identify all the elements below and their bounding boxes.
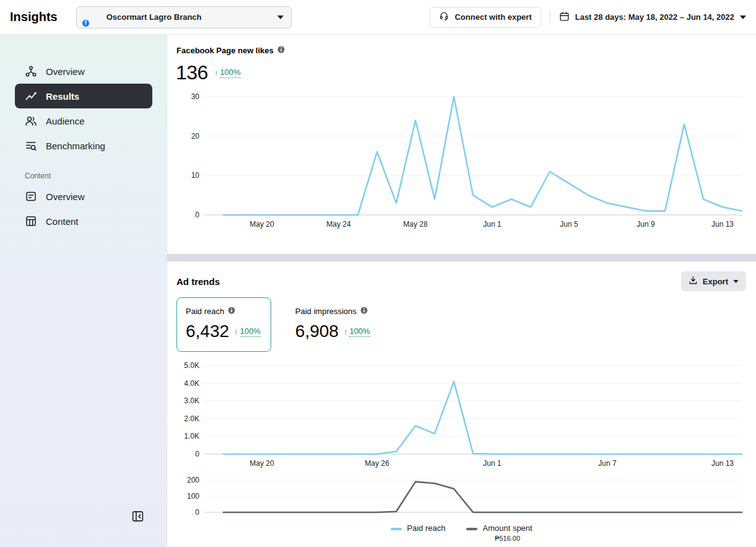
paid-reach-swatch: [391, 528, 402, 530]
sidebar-section-content: Content: [25, 172, 152, 180]
svg-text:May 20: May 20: [250, 459, 274, 468]
table-grid-icon: [25, 215, 37, 227]
legend-item-amount-spent: Amount spent ₱516.00: [466, 523, 532, 542]
headset-icon: [439, 11, 449, 23]
list-search-icon: [25, 139, 37, 152]
connect-with-expert-button[interactable]: Connect with expert: [430, 7, 541, 28]
info-icon[interactable]: [360, 307, 368, 316]
svg-text:30: 30: [191, 92, 200, 101]
svg-text:May 24: May 24: [326, 220, 351, 229]
legend-label: Amount spent: [482, 523, 532, 533]
sidebar-item-benchmarking[interactable]: Benchmarking: [15, 133, 152, 158]
svg-text:May 28: May 28: [403, 220, 428, 229]
page-title: Insights: [10, 10, 58, 24]
metric-paid-reach[interactable]: Paid reach 6,432 ↑ 100%: [176, 297, 271, 352]
svg-text:May 26: May 26: [365, 459, 389, 468]
topbar-right-group: Connect with expert Last 28 days: May 18…: [430, 7, 746, 28]
page-likes-chart: 0102030May 20May 24May 28Jun 1Jun 5Jun 9…: [167, 92, 756, 234]
svg-text:Jun 9: Jun 9: [637, 220, 655, 229]
svg-text:100: 100: [187, 492, 199, 501]
info-icon[interactable]: [277, 46, 285, 55]
svg-text:2.0K: 2.0K: [184, 414, 199, 423]
svg-text:3.0K: 3.0K: [184, 396, 199, 405]
up-arrow-icon: ↑: [214, 68, 219, 77]
connect-with-expert-label: Connect with expert: [454, 12, 531, 22]
sidebar-item-overview[interactable]: Overview: [15, 59, 152, 84]
page-avatar: f: [84, 9, 100, 25]
date-range-label: Last 28 days: May 18, 2022 – Jun 14, 202…: [575, 12, 734, 22]
sidebar-item-audience[interactable]: Audience: [15, 108, 152, 133]
chevron-down-icon: [277, 15, 284, 19]
paid-impressions-delta: ↑ 100%: [344, 326, 370, 337]
svg-text:1.0K: 1.0K: [184, 432, 199, 440]
topbar-divider: [550, 10, 550, 25]
paid-reach-label: Paid reach: [186, 307, 224, 316]
page-selector-label: Oscormart Lagro Branch: [106, 12, 202, 22]
svg-text:Jun 7: Jun 7: [598, 459, 617, 468]
up-arrow-icon: ↑: [234, 327, 238, 336]
chart-legend: Paid reach Amount spent ₱516.00: [167, 523, 756, 542]
svg-text:0: 0: [195, 211, 199, 219]
sidebar-item-results[interactable]: Results: [15, 84, 152, 108]
svg-text:Jun 1: Jun 1: [483, 220, 502, 229]
page-likes-card: Facebook Page new likes 136 ↑ 100% 01020…: [167, 35, 756, 254]
metric-tabs: Paid reach 6,432 ↑ 100% Paid impressions: [167, 297, 756, 352]
download-icon: [689, 276, 698, 287]
svg-text:Jun 13: Jun 13: [711, 459, 734, 468]
legend-item-paid-reach: Paid reach: [391, 523, 445, 542]
sidebar-item-content-overview[interactable]: Overview: [15, 184, 152, 209]
page-selector-dropdown[interactable]: f Oscormart Lagro Branch: [76, 6, 292, 28]
main-content: Facebook Page new likes 136 ↑ 100% 01020…: [167, 35, 756, 547]
svg-text:5.0K: 5.0K: [184, 361, 199, 370]
ad-trends-title: Ad trends: [176, 276, 220, 287]
sidebar-item-label: Results: [46, 91, 79, 102]
sidebar-item-content[interactable]: Content: [15, 209, 152, 234]
sidebar-item-label: Benchmarking: [46, 141, 105, 151]
paid-impressions-label: Paid impressions: [295, 307, 357, 316]
chevron-down-icon: [740, 15, 746, 19]
sidebar: Overview Results Audience: [0, 35, 167, 547]
export-button[interactable]: Export: [681, 271, 746, 291]
collapse-sidebar-icon: [131, 510, 144, 525]
sidebar-item-label: Audience: [46, 116, 85, 126]
svg-text:10: 10: [191, 171, 200, 180]
likes-card-title: Facebook Page new likes: [176, 46, 274, 55]
likes-delta: ↑ 100%: [214, 68, 241, 78]
svg-text:20: 20: [191, 132, 200, 141]
legend-label: Paid reach: [407, 523, 445, 533]
svg-text:Jun 5: Jun 5: [560, 220, 578, 229]
chevron-down-icon: [733, 280, 739, 283]
svg-text:4.0K: 4.0K: [184, 379, 199, 388]
metric-paid-impressions[interactable]: Paid impressions 6,908 ↑ 100%: [286, 297, 381, 352]
svg-text:0: 0: [195, 508, 199, 517]
people-icon: [25, 115, 37, 127]
paid-impressions-value: 6,908: [295, 322, 339, 341]
paid-reach-chart: 01.0K2.0K3.0K4.0K5.0KMay 20May 26Jun 1Ju…: [167, 361, 756, 473]
amount-spent-total: ₱516.00: [495, 535, 520, 542]
amount-spent-chart: 0100200: [167, 475, 756, 519]
amount-spent-swatch: [466, 528, 477, 530]
info-icon[interactable]: [228, 307, 235, 316]
svg-text:Jun 1: Jun 1: [483, 459, 502, 468]
top-bar: Insights f Oscormart Lagro Branch Connec…: [0, 0, 756, 35]
facebook-badge-icon: f: [82, 19, 90, 27]
paid-reach-delta: ↑ 100%: [234, 326, 261, 337]
svg-text:0: 0: [195, 450, 199, 458]
up-arrow-icon: ↑: [344, 327, 348, 336]
likes-value: 136: [176, 61, 208, 84]
sidebar-item-label: Content: [46, 216, 79, 227]
export-label: Export: [703, 277, 728, 286]
calendar-icon: [559, 11, 570, 24]
svg-text:May 20: May 20: [250, 220, 274, 229]
nodes-icon: [25, 65, 37, 77]
collapse-sidebar-button[interactable]: [131, 510, 144, 525]
svg-text:200: 200: [187, 476, 199, 484]
ad-trends-card: Ad trends Export Paid reach: [167, 261, 756, 547]
sidebar-item-label: Overview: [46, 191, 85, 202]
svg-text:Jun 13: Jun 13: [711, 220, 734, 229]
trend-line-icon: [25, 90, 37, 102]
sidebar-item-label: Overview: [46, 66, 85, 77]
post-icon: [25, 190, 37, 203]
paid-reach-value: 6,432: [186, 322, 229, 341]
date-range-selector[interactable]: Last 28 days: May 18, 2022 – Jun 14, 202…: [559, 11, 746, 24]
